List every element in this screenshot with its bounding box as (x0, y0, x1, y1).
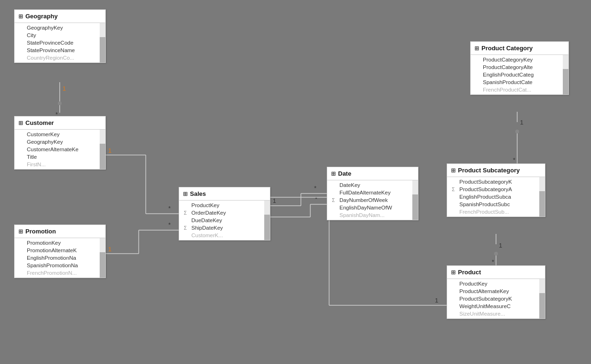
table-icon: ⊞ (18, 228, 23, 235)
table-row: SpanishPromotionNa (15, 262, 105, 269)
svg-text:1: 1 (108, 246, 111, 253)
table-row: EnglishProductCateg (471, 71, 568, 78)
table-row: ΣProductSubcategoryA (447, 186, 545, 193)
geography-title: Geography (25, 13, 58, 20)
product-category-body: ProductCategoryKey ProductCategoryAlte E… (471, 55, 568, 94)
promotion-body: PromotionKey PromotionAlternateK English… (15, 238, 105, 278)
product-category-table: ⊞ Product Category ProductCategoryKey Pr… (470, 41, 569, 95)
customer-body: CustomerKey GeographyKey CustomerAlterna… (15, 130, 105, 169)
table-icon: ⊞ (451, 167, 456, 174)
table-row: GeographyKey (15, 138, 105, 146)
table-row: PromotionKey (15, 239, 105, 247)
product-subcategory-body: ProductSubcategoryK ΣProductSubcategoryA… (447, 177, 545, 217)
table-row: FrenchProductSub... (447, 208, 545, 216)
date-body: DateKey FullDateAlternateKey ΣDayNumberO… (327, 180, 418, 220)
svg-text:1: 1 (499, 242, 502, 249)
sales-title: Sales (190, 190, 206, 197)
table-row: EnglishPromotionNa (15, 254, 105, 262)
sales-table: ⊞ Sales ProductKey ΣOrderDateKey DueDate… (179, 187, 270, 240)
product-title: Product (458, 269, 481, 276)
geography-header: ⊞ Geography (15, 10, 105, 23)
table-row: SpanishDayNam... (327, 211, 418, 219)
table-row: CountryRegionCo... (15, 54, 105, 62)
geography-body: GeographyKey City StateProvinceCode Stat… (15, 23, 105, 62)
table-icon: ⊞ (18, 120, 23, 126)
svg-text:1: 1 (273, 197, 276, 204)
table-row: Title (15, 153, 105, 161)
table-row: CustomerAlternateKe (15, 146, 105, 153)
table-row: StateProvinceName (15, 46, 105, 54)
table-row: SpanishProductSubc (447, 201, 545, 208)
customer-table: ⊞ Customer CustomerKey GeographyKey Cust… (14, 116, 106, 170)
table-row: WeightUnitMeasureC (447, 302, 545, 310)
table-row: SizeUnitMeasure... (447, 310, 545, 318)
svg-point-2 (58, 101, 62, 105)
product-category-title: Product Category (481, 45, 533, 52)
table-row: CustomerK... (179, 232, 270, 239)
svg-text:1: 1 (63, 85, 66, 92)
product-header: ⊞ Product (447, 266, 545, 279)
table-row: ProductKey (447, 280, 545, 287)
customer-header: ⊞ Customer (15, 116, 105, 130)
table-row: ΣOrderDateKey (179, 209, 270, 217)
svg-text:*: * (492, 258, 494, 265)
product-subcategory-header: ⊞ Product Subcategory (447, 164, 545, 177)
table-row: FrenchPromotionN... (15, 269, 105, 277)
table-icon: ⊞ (18, 13, 23, 20)
table-row: ProductAlternateKey (447, 287, 545, 295)
svg-point-34 (494, 252, 498, 256)
sales-header: ⊞ Sales (179, 187, 270, 201)
product-subcategory-title: Product Subcategory (458, 167, 520, 174)
product-table: ⊞ Product ProductKey ProductAlternateKey… (447, 265, 545, 319)
table-icon: ⊞ (183, 191, 188, 197)
svg-text:1: 1 (108, 147, 111, 154)
svg-text:*: * (314, 185, 316, 192)
product-subcategory-table: ⊞ Product Subcategory ProductSubcategory… (447, 163, 545, 217)
table-icon: ⊞ (331, 170, 336, 177)
date-header: ⊞ Date (327, 167, 418, 180)
table-row: FirstN... (15, 161, 105, 168)
table-row: StateProvinceCode (15, 39, 105, 46)
table-row: DueDateKey (179, 217, 270, 224)
svg-text:*: * (315, 195, 317, 202)
table-row: EnglishProductSubca (447, 193, 545, 201)
svg-text:*: * (168, 205, 171, 212)
table-row: ProductCategoryAlte (471, 63, 568, 71)
table-row: ΣShipDateKey (179, 224, 270, 232)
geography-table: ⊞ Geography GeographyKey City StateProvi… (14, 9, 106, 63)
date-title: Date (338, 170, 351, 177)
table-row: CustomerKey (15, 131, 105, 138)
product-body: ProductKey ProductAlternateKey ProductSu… (447, 279, 545, 318)
table-row: GeographyKey (15, 24, 105, 31)
table-icon: ⊞ (474, 45, 479, 52)
table-row: ProductSubcategoryK (447, 295, 545, 302)
svg-text:1: 1 (435, 297, 438, 304)
customer-title: Customer (25, 119, 54, 126)
table-row: FrenchProductCat... (471, 86, 568, 93)
promotion-title: Promotion (25, 228, 56, 235)
sales-body: ProductKey ΣOrderDateKey DueDateKey ΣShi… (179, 201, 270, 240)
table-row: ProductCategoryKey (471, 56, 568, 63)
table-row: City (15, 31, 105, 39)
table-row: FullDateAlternateKey (327, 189, 418, 196)
table-row: EnglishDayNameOfW (327, 204, 418, 211)
table-row: PromotionAlternateK (15, 247, 105, 254)
table-row: DateKey (327, 181, 418, 189)
svg-point-29 (515, 130, 519, 133)
promotion-header: ⊞ Promotion (15, 225, 105, 238)
table-icon: ⊞ (451, 269, 456, 276)
svg-text:*: * (513, 156, 515, 163)
promotion-table: ⊞ Promotion PromotionKey PromotionAltern… (14, 225, 106, 278)
svg-text:1: 1 (520, 119, 523, 126)
table-row: ProductSubcategoryK (447, 178, 545, 186)
table-row: ProductKey (179, 201, 270, 209)
svg-text:*: * (168, 221, 171, 228)
product-category-header: ⊞ Product Category (471, 42, 568, 55)
table-row: SpanishProductCate (471, 78, 568, 86)
date-table: ⊞ Date DateKey FullDateAlternateKey ΣDay… (327, 167, 418, 220)
table-row: ΣDayNumberOfWeek (327, 196, 418, 204)
